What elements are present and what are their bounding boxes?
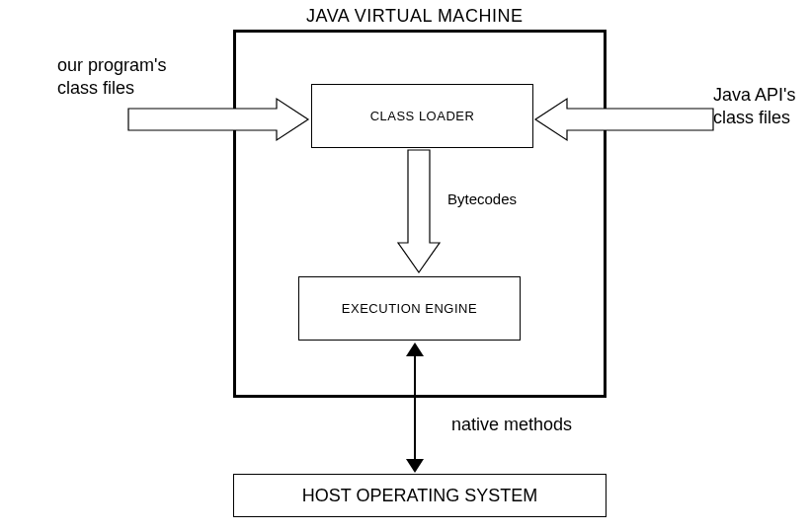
host-os-label: HOST OPERATING SYSTEM — [302, 486, 537, 506]
native-methods-label: native methods — [451, 415, 572, 435]
host-os-box: HOST OPERATING SYSTEM — [233, 474, 607, 517]
class-loader-box: CLASS LOADER — [311, 84, 533, 148]
jvm-title: JAVA VIRTUAL MACHINE — [306, 6, 523, 27]
svg-marker-2 — [398, 150, 440, 272]
svg-marker-1 — [535, 99, 713, 140]
execution-engine-box: EXECUTION ENGINE — [298, 276, 521, 341]
diagram-canvas: JAVA VIRTUAL MACHINE CLASS LOADER EXECUT… — [0, 0, 809, 532]
left-input-line1: our program's — [57, 55, 166, 75]
right-input-line2: class files — [713, 108, 790, 127]
right-input-label: Java API's class files — [713, 84, 795, 128]
svg-marker-0 — [128, 99, 308, 140]
arrow-right-icon — [535, 99, 713, 140]
bytecodes-label: Bytecodes — [447, 190, 517, 207]
svg-marker-5 — [406, 459, 424, 473]
arrow-double-icon — [400, 342, 430, 473]
right-input-line1: Java API's — [713, 85, 795, 105]
left-input-label: our program's class files — [57, 54, 166, 99]
arrow-down-icon — [398, 150, 440, 274]
execution-engine-label: EXECUTION ENGINE — [342, 301, 477, 316]
class-loader-label: CLASS LOADER — [370, 109, 475, 123]
svg-marker-4 — [406, 342, 424, 356]
left-input-line2: class files — [57, 78, 134, 98]
arrow-left-icon — [128, 99, 311, 140]
